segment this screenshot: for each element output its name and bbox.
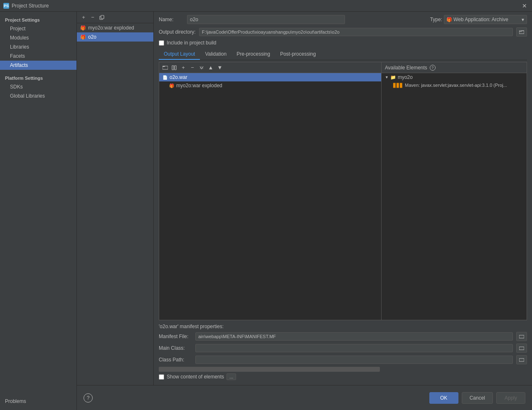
detail-tabs: Output Layout Validation Pre-processing …	[159, 49, 527, 60]
available-header: Available Elements ?	[382, 62, 527, 73]
artifact-icon: 🎁	[80, 34, 86, 40]
available-node-myo2o[interactable]: ▼ 📁 myo2o	[382, 73, 527, 81]
show-content-checkbox[interactable]	[159, 374, 164, 380]
sidebar-item-libraries[interactable]: Libraries	[0, 42, 76, 52]
type-dropdown-wrapper: 🎁 Web Application: Archive ▼	[444, 15, 527, 24]
show-content-row: Show content of elements ...	[159, 373, 527, 380]
tree-item-o2o[interactable]: 🎁 o2o	[77, 32, 153, 42]
platform-settings-label: Platform Settings	[0, 73, 76, 82]
type-dropdown[interactable]: Web Application: Archive	[444, 15, 527, 24]
cancel-button[interactable]: Cancel	[462, 392, 493, 404]
tree-toolbar: + −	[77, 12, 153, 23]
manifest-file-row: Manifest File:	[159, 332, 527, 341]
include-build-row: Include in project build	[159, 40, 527, 46]
sidebar-item-problems[interactable]: Problems	[0, 396, 76, 407]
layout-down-btn[interactable]: ▼	[216, 64, 224, 72]
browse-main-class-button[interactable]	[516, 344, 527, 353]
folder-icon: 📁	[390, 75, 396, 80]
horizontal-scrollbar[interactable]	[159, 367, 527, 372]
svg-rect-5	[175, 66, 176, 70]
name-input[interactable]	[187, 15, 345, 24]
chevron-down-icon: ▼	[385, 75, 389, 79]
available-node-maven-servlet[interactable]: ▊▊▊ Maven: javax.servlet:javax.servlet-a…	[382, 81, 527, 89]
manifest-section: 'o2o.war' manifest properties: Manifest …	[159, 320, 527, 382]
manifest-file-input[interactable]	[195, 332, 513, 341]
main-class-input[interactable]	[195, 344, 513, 352]
main-class-label: Main Class:	[159, 345, 192, 351]
main-layout: Project Settings Project Modules Librari…	[0, 12, 532, 410]
sidebar-item-global-libraries[interactable]: Global Libraries	[0, 91, 76, 101]
available-elements-panel: Available Elements ? ▼ 📁 myo2o ▊▊▊	[382, 62, 527, 320]
maven-icon: ▊▊▊	[393, 83, 403, 88]
browse-class-path-button[interactable]	[516, 355, 527, 364]
sidebar-item-facets[interactable]: Facets	[0, 52, 76, 61]
type-selector: Type: 🎁 Web Application: Archive ▼	[430, 15, 527, 24]
content-split: + − 🎁 myo2o:war exploded 🎁 o2o	[77, 12, 532, 385]
sidebar-item-project[interactable]: Project	[0, 24, 76, 33]
output-dir-label: Output directory:	[159, 29, 196, 35]
tab-output-layout[interactable]: Output Layout	[159, 49, 200, 60]
type-label: Type:	[430, 17, 442, 22]
manifest-file-label: Manifest File:	[159, 334, 192, 339]
ok-button[interactable]: OK	[429, 392, 458, 404]
tab-pre-processing[interactable]: Pre-processing	[232, 49, 275, 60]
layout-items-list: 📄 o2o.war 🎁 myo2o:war exploded	[159, 73, 381, 90]
class-path-input[interactable]	[195, 356, 513, 364]
layout-remove-btn[interactable]: −	[188, 64, 197, 72]
right-panel: + − 🎁 myo2o:war exploded 🎁 o2o	[77, 12, 532, 410]
main-class-row: Main Class:	[159, 344, 527, 353]
include-build-label: Include in project build	[167, 40, 216, 46]
bottom-bar: ? OK Cancel Apply	[77, 385, 532, 410]
artifact-tree: 🎁 myo2o:war exploded 🎁 o2o	[77, 23, 153, 385]
ellipsis-button[interactable]: ...	[227, 373, 236, 380]
svg-rect-7	[519, 347, 524, 350]
app-icon: PS	[3, 3, 9, 9]
artifact-icon2: 🎁	[169, 83, 174, 88]
name-label: Name:	[159, 17, 184, 22]
layout-sort-btn[interactable]	[197, 64, 206, 72]
svg-rect-1	[101, 15, 104, 19]
sidebar-item-artifacts[interactable]: Artifacts	[0, 61, 76, 70]
browse-manifest-button[interactable]	[516, 332, 527, 341]
svg-rect-4	[172, 66, 174, 70]
project-settings-label: Project Settings	[0, 15, 76, 24]
layout-columns-btn[interactable]	[170, 64, 178, 72]
layout-item-o2o-war[interactable]: 📄 o2o.war	[159, 73, 381, 81]
class-path-row: Class Path:	[159, 355, 527, 364]
name-type-row: Name: Type: 🎁 Web Application: Archive ▼	[159, 15, 527, 24]
war-icon: 📄	[163, 75, 167, 80]
manifest-title: 'o2o.war' manifest properties:	[159, 324, 527, 329]
help-button[interactable]: ?	[84, 393, 93, 403]
layout-add-btn[interactable]: +	[179, 64, 187, 72]
copy-artifact-button[interactable]	[98, 13, 106, 22]
layout-left-panel: + − ▲ ▼ 📄 o2o.war	[159, 62, 382, 320]
window-title: Project Structure	[12, 3, 49, 9]
layout-up-btn[interactable]: ▲	[207, 64, 215, 72]
tree-item-myo2o-war-exploded[interactable]: 🎁 myo2o:war exploded	[77, 23, 153, 32]
close-button[interactable]: ✕	[520, 2, 529, 10]
apply-button[interactable]: Apply	[496, 392, 525, 404]
available-elements-label: Available Elements	[385, 65, 427, 71]
artifact-tree-panel: + − 🎁 myo2o:war exploded 🎁 o2o	[77, 12, 154, 385]
layout-toolbar: + − ▲ ▼	[159, 62, 381, 73]
tab-post-processing[interactable]: Post-processing	[275, 49, 321, 60]
browse-output-button[interactable]	[516, 27, 527, 37]
sidebar: Project Settings Project Modules Librari…	[0, 12, 77, 410]
remove-artifact-button[interactable]: −	[89, 13, 97, 22]
svg-rect-6	[519, 335, 524, 338]
sidebar-item-modules[interactable]: Modules	[0, 33, 76, 42]
artifact-icon: 🎁	[80, 25, 86, 31]
available-tree: ▼ 📁 myo2o ▊▊▊ Maven: javax.servlet:javax…	[382, 73, 527, 89]
output-directory-row: Output directory:	[159, 27, 527, 37]
tab-validation[interactable]: Validation	[200, 49, 232, 60]
add-artifact-button[interactable]: +	[79, 13, 88, 22]
scrollbar-thumb	[159, 367, 380, 372]
include-build-checkbox[interactable]	[159, 40, 164, 46]
sidebar-item-sdks[interactable]: SDKs	[0, 82, 76, 91]
output-dir-input[interactable]	[199, 28, 513, 36]
layout-folder-btn[interactable]	[161, 64, 169, 72]
svg-rect-8	[519, 358, 524, 361]
layout-item-myo2o-war-exploded[interactable]: 🎁 myo2o:war exploded	[159, 81, 381, 90]
show-content-label: Show content of elements	[167, 374, 224, 380]
available-help-icon[interactable]: ?	[430, 65, 436, 71]
